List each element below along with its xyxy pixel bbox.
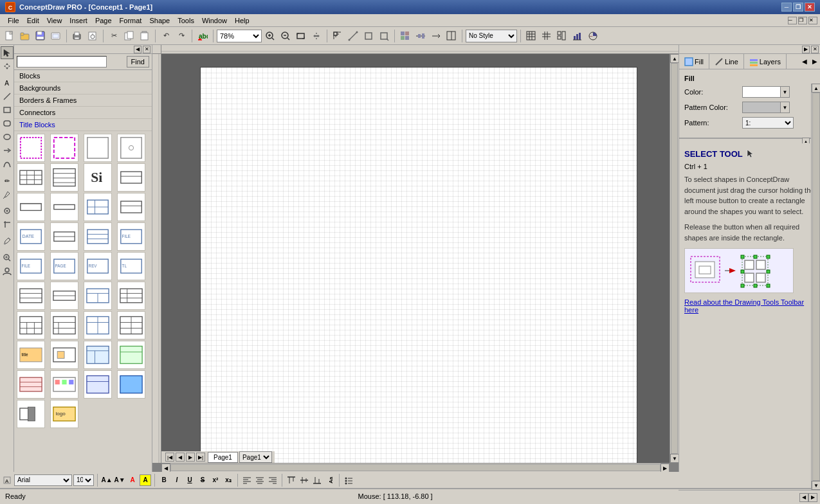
mdi-close[interactable]: ✕ bbox=[808, 17, 817, 24]
highlight-button[interactable]: A bbox=[140, 474, 151, 486]
vertical-scrollbar[interactable]: ▲ ▼ bbox=[670, 54, 679, 463]
arrangement-button[interactable] bbox=[398, 29, 412, 43]
menu-help[interactable]: Help bbox=[231, 15, 253, 26]
select-tool[interactable] bbox=[1, 46, 14, 59]
italic-button[interactable]: I bbox=[171, 474, 183, 486]
decrease-font-button[interactable]: A▼ bbox=[114, 474, 125, 486]
chart-button[interactable] bbox=[570, 29, 585, 43]
shape-17[interactable]: FILE bbox=[17, 252, 45, 280]
rectangle-tool[interactable] bbox=[1, 104, 14, 116]
zoom-out-button[interactable] bbox=[278, 29, 293, 43]
increase-font-button[interactable]: A▲ bbox=[101, 474, 113, 486]
text-tool[interactable]: A bbox=[1, 76, 14, 89]
user-tool[interactable] bbox=[1, 265, 14, 278]
line-draw-tool[interactable] bbox=[1, 90, 14, 103]
zoom-fit-button[interactable] bbox=[294, 29, 308, 43]
pattern-color-arrow[interactable]: ▼ bbox=[781, 102, 790, 113]
shape-37[interactable] bbox=[17, 400, 45, 428]
font-select[interactable]: Arial Times New Roman Verdana bbox=[14, 474, 72, 486]
right-panel-scrollbar[interactable]: ▲ ▼ bbox=[811, 84, 820, 490]
shape-38[interactable]: logo bbox=[50, 400, 78, 428]
scroll-left-button[interactable]: ◀ bbox=[161, 464, 170, 472]
rect-tool[interactable] bbox=[361, 29, 376, 43]
redo-button[interactable]: ↷ bbox=[174, 29, 188, 43]
color-swatch[interactable] bbox=[742, 86, 781, 98]
subscript-button[interactable]: x₂ bbox=[223, 474, 234, 486]
shape-24[interactable] bbox=[117, 282, 145, 310]
align-center-button[interactable] bbox=[254, 474, 266, 486]
zoom-area-tool[interactable] bbox=[1, 251, 14, 264]
shape-2[interactable] bbox=[50, 134, 78, 162]
rpanel-scroll-thumb[interactable] bbox=[812, 93, 820, 481]
scroll-right-button[interactable]: ▶ bbox=[661, 464, 670, 472]
shape-13[interactable]: DATE bbox=[17, 222, 45, 251]
shape-7[interactable]: Si bbox=[84, 163, 112, 192]
menu-view[interactable]: View bbox=[43, 15, 66, 26]
more-shapes-button[interactable] bbox=[377, 29, 391, 43]
font-color-button[interactable]: A bbox=[127, 474, 138, 486]
align-left-button[interactable] bbox=[241, 474, 253, 486]
print-button[interactable] bbox=[70, 29, 84, 43]
page-canvas[interactable] bbox=[200, 67, 637, 463]
shape-11[interactable] bbox=[84, 193, 112, 221]
font-size-select[interactable]: 10 8 12 14 16 bbox=[73, 474, 94, 486]
right-panel-right-arrow[interactable]: ▶ bbox=[810, 58, 820, 65]
shape-27[interactable] bbox=[84, 311, 112, 339]
style-select[interactable]: No Style bbox=[466, 30, 517, 42]
underline-button[interactable]: U bbox=[184, 474, 196, 486]
shape-32[interactable] bbox=[117, 341, 145, 369]
menu-window[interactable]: Window bbox=[198, 15, 231, 26]
color-dropdown-arrow[interactable]: ▼ bbox=[781, 86, 790, 98]
canvas-content[interactable] bbox=[161, 54, 679, 463]
bezier-tool[interactable] bbox=[1, 158, 14, 170]
text-direction-button[interactable]: Aa bbox=[324, 474, 336, 486]
open-button[interactable] bbox=[18, 29, 32, 43]
menu-insert[interactable]: Insert bbox=[66, 15, 91, 26]
bottom-align-button[interactable] bbox=[311, 474, 323, 486]
mdi-minimize[interactable]: ─ bbox=[788, 17, 797, 24]
connector-tool[interactable] bbox=[1, 144, 14, 157]
bullet-list-button[interactable] bbox=[343, 474, 354, 486]
tab-scroll-right-end[interactable]: ▶| bbox=[196, 453, 205, 462]
tab-scroll-right[interactable]: ▶ bbox=[186, 453, 195, 462]
theme-button[interactable] bbox=[586, 29, 600, 43]
shape-18[interactable]: PAGE bbox=[50, 252, 78, 280]
rpanel-scroll-down[interactable]: ▼ bbox=[812, 481, 820, 490]
shape-8[interactable] bbox=[117, 163, 145, 192]
menu-file[interactable]: File bbox=[4, 15, 23, 26]
page-tab-1[interactable]: Page1 bbox=[208, 452, 238, 463]
connect-button[interactable] bbox=[429, 29, 443, 43]
left-panel-collapse[interactable]: ◀ bbox=[134, 46, 141, 53]
shape-26[interactable] bbox=[50, 311, 78, 339]
bold-button[interactable]: B bbox=[158, 474, 170, 486]
crop-tool[interactable] bbox=[1, 218, 14, 231]
scroll-thumb-v[interactable] bbox=[671, 63, 678, 454]
menu-shape[interactable]: Shape bbox=[145, 15, 174, 26]
spell-button[interactable]: abc bbox=[196, 29, 210, 43]
scroll-thumb-h[interactable] bbox=[170, 464, 661, 471]
tab-scroll-left-end[interactable]: |◀ bbox=[165, 453, 174, 462]
pen-tool[interactable] bbox=[1, 188, 14, 201]
blocks-category[interactable]: Blocks bbox=[14, 70, 152, 82]
merge-button[interactable] bbox=[555, 29, 569, 43]
shape-20[interactable]: TL bbox=[117, 252, 145, 280]
shape-33[interactable] bbox=[17, 370, 45, 399]
shape-10[interactable] bbox=[50, 193, 78, 221]
pan-button[interactable] bbox=[309, 29, 323, 43]
shape-22[interactable] bbox=[50, 282, 78, 310]
find-button[interactable]: Find bbox=[127, 56, 149, 68]
scroll-down-button[interactable]: ▼ bbox=[670, 454, 679, 463]
shape-36[interactable] bbox=[117, 370, 145, 399]
cut-button[interactable]: ✂ bbox=[107, 29, 121, 43]
pattern-select[interactable]: 1: 2: 3: bbox=[742, 117, 794, 129]
shape-30[interactable] bbox=[50, 341, 78, 369]
rpanel-scroll-up[interactable]: ▲ bbox=[812, 84, 820, 93]
table-button[interactable] bbox=[524, 29, 538, 43]
close-button[interactable]: ✕ bbox=[805, 3, 815, 12]
export-button[interactable] bbox=[49, 29, 63, 43]
shape-21[interactable] bbox=[17, 282, 45, 310]
menu-format[interactable]: Format bbox=[116, 15, 146, 26]
middle-align-button[interactable] bbox=[298, 474, 310, 486]
pencil-tool[interactable]: ✏ bbox=[1, 174, 14, 187]
shape-12[interactable] bbox=[117, 193, 145, 221]
